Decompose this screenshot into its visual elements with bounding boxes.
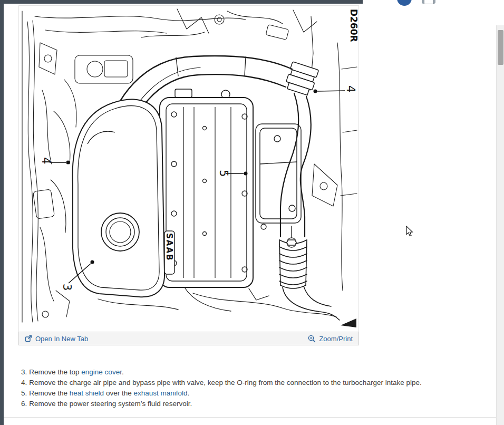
step-text: . bbox=[122, 368, 124, 376]
step-text: Remove the charge air pipe and bypass pi… bbox=[29, 379, 421, 387]
left-edge-bar bbox=[0, 0, 4, 425]
figure-panel: SAAB bbox=[18, 5, 359, 345]
engine-diagram-container: SAAB bbox=[18, 5, 359, 332]
open-in-new-tab-label: Open In New Tab bbox=[35, 335, 88, 343]
step-number: 6. bbox=[21, 400, 27, 408]
engine-diagram-image: SAAB bbox=[19, 6, 358, 331]
saab-badge: SAAB bbox=[164, 231, 175, 274]
step-number: 3. bbox=[21, 368, 27, 376]
callout-4-left-label: 4 bbox=[40, 157, 52, 164]
step-line-6: 6.Remove the power steering system’s flu… bbox=[21, 399, 422, 409]
step-text: Remove the power steering system’s fluid… bbox=[29, 400, 192, 408]
page: { "colors": { "chrome_dark": "#454f59", … bbox=[0, 0, 504, 425]
instruction-steps: 3.Remove the top engine cover. 4.Remove … bbox=[21, 367, 422, 409]
step-text: over the bbox=[104, 389, 133, 397]
diagram-code-label: D260R bbox=[348, 9, 358, 42]
zoom-print-link[interactable]: Zoom/Print bbox=[308, 335, 353, 343]
open-in-new-tab-icon bbox=[25, 335, 32, 342]
figure-footer-bar: Open In New Tab Zoom/Print bbox=[18, 332, 359, 345]
scrollbar-thumb[interactable] bbox=[498, 30, 503, 65]
heat-shield-panel-art bbox=[256, 124, 301, 223]
zoom-icon bbox=[308, 335, 316, 343]
user-circle-icon[interactable] bbox=[397, 0, 412, 6]
engine-cover-link[interactable]: engine cover bbox=[81, 368, 122, 376]
exhaust-manifold-link[interactable]: exhaust manifold bbox=[133, 389, 187, 397]
step-text: Remove the bbox=[29, 389, 70, 397]
callout-3-label: 3 bbox=[61, 284, 73, 291]
callout-5-label: 5 bbox=[217, 170, 230, 177]
step-text: . bbox=[187, 389, 189, 397]
bottom-divider bbox=[4, 417, 496, 418]
zoom-print-label: Zoom/Print bbox=[319, 335, 353, 343]
step-number: 5. bbox=[21, 389, 27, 397]
callout-4-right-label: 4 bbox=[344, 85, 357, 92]
top-toolbar bbox=[390, 0, 453, 7]
step-line-5: 5.Remove the heat shield over the exhaus… bbox=[21, 388, 422, 399]
scrollbar[interactable] bbox=[496, 25, 504, 425]
saab-badge-label: SAAB bbox=[164, 233, 174, 261]
mouse-cursor bbox=[406, 226, 413, 239]
step-number: 4. bbox=[21, 379, 27, 387]
printer-icon[interactable] bbox=[422, 0, 435, 4]
step-line-4: 4.Remove the charge air pipe and bypass … bbox=[21, 378, 422, 388]
step-text: Remove the top bbox=[29, 368, 81, 376]
open-in-new-tab-link[interactable]: Open In New Tab bbox=[25, 335, 88, 343]
step-line-3: 3.Remove the top engine cover. bbox=[21, 367, 422, 378]
top-edge-bar bbox=[0, 0, 363, 4]
heat-shield-link[interactable]: heat shield bbox=[70, 389, 104, 397]
